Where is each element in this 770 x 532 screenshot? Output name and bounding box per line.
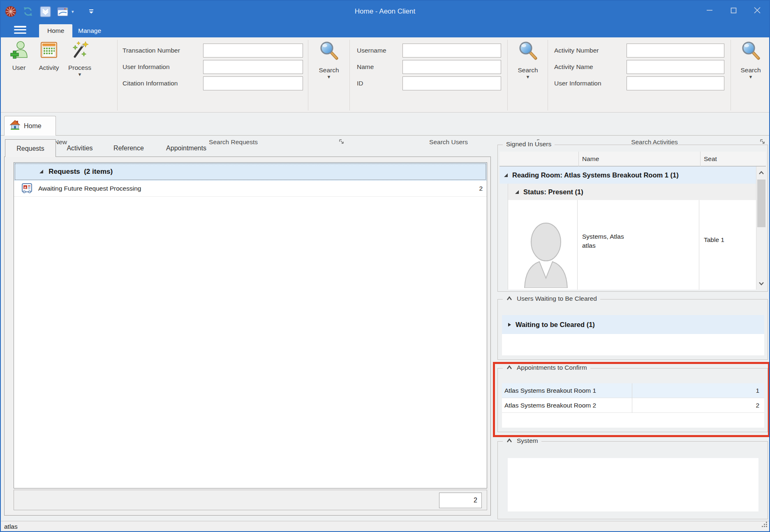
request-queue-count: 2 <box>479 185 483 192</box>
new-user-button[interactable]: User <box>6 40 32 71</box>
username-input[interactable] <box>402 44 501 58</box>
activity-name-input[interactable] <box>627 60 724 74</box>
ribbon-tab-row: Home Manage ? <box>1 22 769 37</box>
appointments-to-confirm-groupbox: Appointments to Confirm Atlas Systems Br… <box>497 368 768 432</box>
resize-grip[interactable] <box>761 520 768 531</box>
appointments-title: Appointments to Confirm <box>517 364 587 371</box>
maximize-button[interactable] <box>721 1 745 20</box>
username-label: Username <box>357 44 398 58</box>
id-label: ID <box>357 76 398 90</box>
waiting-to-be-cleared-group-row[interactable]: Waiting to be Cleared (1) <box>502 315 764 334</box>
system-empty-area <box>508 458 758 511</box>
citation-information-input[interactable] <box>203 76 303 90</box>
collapse-chevron-icon[interactable] <box>506 437 513 444</box>
user-seat: Table 1 <box>704 236 724 244</box>
search-activities-button[interactable]: Search ▼ <box>734 40 767 79</box>
signed-in-users-header: Name Seat <box>499 152 766 166</box>
home-icon <box>9 120 21 132</box>
signed-in-users-title: Signed In Users <box>503 140 555 148</box>
name-input[interactable] <box>402 60 501 74</box>
appointment-row[interactable]: Atlas Systems Breakout Room 2 2 <box>502 398 764 413</box>
appointments-table: Atlas Systems Breakout Room 1 1 Atlas Sy… <box>502 383 764 428</box>
expanded-triangle-icon <box>515 188 519 196</box>
new-activity-icon <box>39 40 58 61</box>
requests-list: Requests (2 items) A Awaiting Future Req… <box>14 162 487 488</box>
name-label: Name <box>357 60 398 74</box>
user-avatar <box>520 218 571 290</box>
open-form-dropdown-icon[interactable]: ▾ <box>72 9 74 14</box>
app-window: Home - Aeon Client <box>0 0 770 532</box>
status-username: atlas <box>4 523 18 530</box>
requests-total-count: 2 <box>439 493 482 508</box>
tab-manage[interactable]: Manage <box>70 24 109 37</box>
transaction-number-input[interactable] <box>203 44 303 58</box>
column-header-name[interactable]: Name <box>578 152 700 166</box>
window-title: Home - Aeon Client <box>1 1 769 22</box>
requests-footer: 2 <box>14 490 487 510</box>
status-bar: atlas <box>1 521 769 532</box>
minimize-button[interactable] <box>698 1 721 20</box>
system-title: System <box>517 437 538 444</box>
activity-number-label: Activity Number <box>554 44 623 58</box>
users-waiting-groupbox: Users Waiting to Be Cleared Waiting to b… <box>497 299 768 360</box>
reading-room-group-row[interactable]: Reading Room: Atlas Systems Breakout Roo… <box>499 166 757 184</box>
collapse-chevron-icon[interactable] <box>506 364 513 371</box>
new-process-button[interactable]: Process ▼ <box>65 40 95 77</box>
title-bar: Home - Aeon Client <box>1 1 769 22</box>
process-dropdown-icon: ▼ <box>78 72 82 77</box>
document-tab-strip: Home <box>1 113 769 136</box>
user-name: Systems, Atlas atlas <box>582 232 624 250</box>
request-document-icon: A <box>21 182 32 195</box>
tab-appointments[interactable]: Appointments <box>154 139 219 157</box>
search-activities-dropdown-icon: ▼ <box>749 74 753 79</box>
collapsed-triangle-icon <box>508 321 511 329</box>
users-waiting-empty-area <box>502 334 764 355</box>
search-requests-dialog-launcher-icon[interactable] <box>339 139 345 145</box>
scrollbar-thumb[interactable] <box>757 180 765 227</box>
activities-user-information-input[interactable] <box>627 76 724 90</box>
document-tab-home[interactable]: Home <box>4 116 56 136</box>
tab-reference[interactable]: Reference <box>104 139 154 157</box>
close-button[interactable] <box>745 1 769 20</box>
scroll-down-icon[interactable] <box>756 277 766 290</box>
sync-icon[interactable] <box>22 6 34 17</box>
search-icon <box>518 40 538 63</box>
expanded-triangle-icon <box>504 171 508 179</box>
search-icon <box>740 40 761 63</box>
tab-requests[interactable]: Requests <box>5 139 56 157</box>
column-header-seat[interactable]: Seat <box>700 152 756 166</box>
search-icon <box>319 40 339 63</box>
quick-access-toolbar: ▾ <box>5 5 97 18</box>
citation-information-label: Citation Information <box>123 76 201 90</box>
activity-number-input[interactable] <box>627 44 724 58</box>
id-input[interactable] <box>402 76 501 90</box>
signed-in-users-scrollbar[interactable] <box>756 166 766 290</box>
requests-group-header[interactable]: Requests (2 items) <box>14 163 487 181</box>
scroll-up-icon[interactable] <box>756 166 766 179</box>
request-queue-row[interactable]: A Awaiting Future Request Processing 2 <box>14 181 487 197</box>
main-menu-button[interactable] <box>14 26 26 34</box>
window-controls <box>698 1 769 20</box>
svg-text:A: A <box>24 185 27 189</box>
tab-activities[interactable]: Activities <box>56 139 104 157</box>
user-information-input[interactable] <box>203 60 303 74</box>
signed-in-users-groupbox: Signed In Users Name Seat Reading Room: … <box>497 145 768 292</box>
request-queue-label: Awaiting Future Request Processing <box>38 185 141 192</box>
open-form-icon[interactable] <box>57 6 68 17</box>
requests-tab-page: Requests (2 items) A Awaiting Future Req… <box>4 157 491 516</box>
signed-in-user-row[interactable]: Systems, Atlas atlas Table 1 <box>508 200 757 290</box>
activities-user-information-label: User Information <box>554 76 623 90</box>
checkin-icon[interactable] <box>39 6 51 17</box>
new-process-icon <box>70 40 89 61</box>
qat-customize-icon[interactable] <box>86 6 97 17</box>
new-activity-button[interactable]: Activity <box>35 40 63 71</box>
new-user-icon <box>9 40 28 61</box>
search-users-button[interactable]: Search ▼ <box>511 40 545 79</box>
appointment-row[interactable]: Atlas Systems Breakout Room 1 1 <box>502 383 764 398</box>
users-waiting-title: Users Waiting to Be Cleared <box>517 295 597 302</box>
app-logo-icon[interactable] <box>5 6 16 17</box>
search-requests-button[interactable]: Search ▼ <box>312 40 346 79</box>
status-present-group-row[interactable]: Status: Present (1) <box>508 184 757 200</box>
tab-home[interactable]: Home <box>39 24 72 37</box>
collapse-chevron-icon[interactable] <box>506 295 513 302</box>
